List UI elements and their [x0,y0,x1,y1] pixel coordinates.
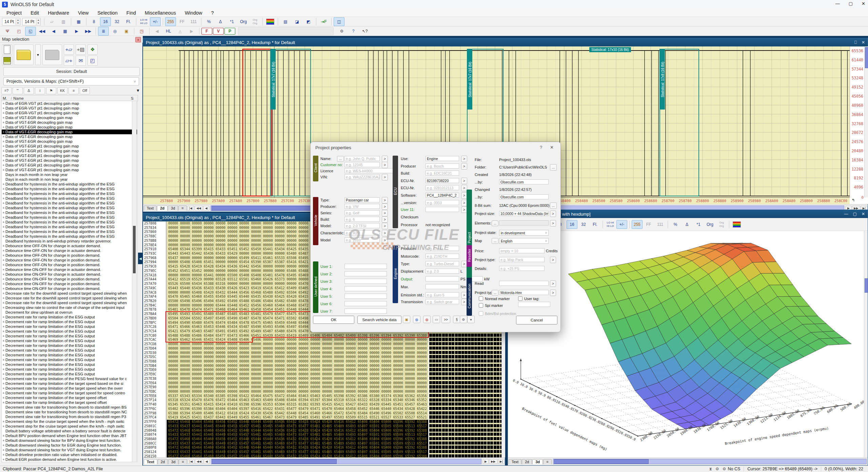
map-list-item[interactable]: ∗Decrement rate for ramp limitation of t… [2,362,137,367]
map-list-item[interactable]: ∗Data of EGR-VGT pt1 decoupling gain map [2,106,137,111]
input-field[interactable] [344,309,387,314]
filter-button-off[interactable]: Off [80,87,90,94]
map-list-item[interactable]: ∗Decrement rate for ramp limitation of t… [2,381,137,386]
original-button[interactable]: Org [238,17,249,26]
maximize-icon[interactable]: ▢ [849,1,853,6]
expand-button[interactable]: > [550,257,556,263]
dialog-close-icon[interactable]: ✕ [550,145,554,150]
find-next-button[interactable]: ▶ [186,27,197,36]
map-list-item[interactable]: ∗Decrement rate for ramp limitation of t… [2,386,137,391]
menu-project[interactable]: Project [2,9,26,16]
map-list-item[interactable]: ∗Debounce time OFF-ON for change in posi… [2,262,137,267]
map-list-item[interactable]: ∗Data of VGT-EGR pt1 decoupling gain map [2,168,137,172]
tab-text[interactable]: Text [144,459,157,464]
map-list-item[interactable]: ∗Debounce time OFF-ON for change in actu… [2,243,137,248]
view-float-button[interactable]: Fl. [123,17,134,26]
hexdump-row[interactable]: 257EBC00000 00000 00000 00000 00000 0000… [143,390,428,394]
input-field[interactable]: e.g. Bosch [426,163,459,169]
settings-gear-icon[interactable]: ⚙ [460,316,467,323]
find-prev-button[interactable]: ◀ [152,27,162,36]
filter-funnel-icon[interactable]: ▼ [136,88,140,93]
menu-edit[interactable]: Edit [26,9,43,16]
map-list-item[interactable]: ∗Decrease rate for the downhill speed co… [2,296,137,300]
scrollbar-thumb[interactable] [212,459,337,464]
tab-=[interactable]: = [178,205,186,211]
map-list-item[interactable]: Decrement slew rate for transitioning fr… [2,414,137,419]
expand-button[interactable]: > [550,280,556,287]
spinner-arrows[interactable]: ▲▼ [16,19,20,25]
new-project-icon[interactable] [2,44,12,55]
scroll-nav-button[interactable]: |◀ [188,459,194,464]
map-list-item[interactable]: ∗Data of EGR-VGT pt1 decoupling gain map [2,111,137,115]
input-field[interactable]: Olsecufile.com [499,194,549,199]
scroll-nav-button[interactable]: ◀ [204,459,210,464]
hexdump-row[interactable]: 257E3800000 00000 00000 00000 00000 0000… [143,377,428,381]
byteorder-button[interactable]: LO HI HI LO [138,17,149,26]
expand-button[interactable]: > [382,162,388,168]
win-minimize-icon[interactable]: — [844,212,848,216]
paragraph-button[interactable]: § [453,316,460,323]
new-window-icon[interactable]: ◰ [14,27,24,36]
map-list-item[interactable]: ∗Default downward slewing factor for BPV… [2,438,137,443]
hexdump-row[interactable]: 257D0400000 00000 00000 00000 00000 0000… [143,347,428,351]
prev-map-button[interactable]: ◀ [48,27,59,36]
map-list-item[interactable]: ∗Data of VGT-EGR decoupling gain map [2,120,137,125]
input-field[interactable]: e.g. 0003 [426,200,459,205]
map-list-item[interactable]: ∗Data of VGT-EGR decoupling gain map [2,115,137,120]
tab-3d[interactable]: 3d [168,205,178,211]
add-document-icon[interactable]: +▱ [64,44,74,55]
toolbar-button[interactable]: LO HI HI LO [605,220,616,229]
map-list-item[interactable]: ∗Deadband for hysteresis in the anti-win… [2,205,137,210]
hexdump-row[interactable]: 257E0C00000 00000 00000 00000 00000 0000… [143,372,428,377]
map-list-item[interactable]: ∗Debounce time ON-OFF for change in posi… [2,281,137,286]
map-list-item[interactable]: Deadband hysteresis in anti-windup prima… [2,239,137,243]
map-list-item[interactable]: ∗Decrement rate for ramp limitation of t… [2,353,137,357]
map-list-item[interactable]: ∗Debounce time OFF-ON for change in posi… [2,258,137,262]
map-list-item[interactable]: ∗Decrement rate for ramp limitation of t… [2,367,137,372]
map-list-item[interactable]: ∗Decreasing slew rate to control the rat… [2,305,137,310]
map-list-item[interactable]: ∗Deadband for hysteresis in the anti-win… [2,215,137,220]
menu-view[interactable]: View [74,9,93,16]
org-org-button[interactable]: Org Org [250,17,260,26]
hexdump-row[interactable]: 257D3000000 00000 00000 00000 00000 0000… [143,351,428,355]
columns-icon[interactable]: ▥ [58,17,69,26]
hexdump-row[interactable]: 25804865472 65468 65464 65460 65456 6545… [143,429,428,433]
view-16bit-button[interactable]: 16 [100,17,111,26]
hex-button[interactable]: FF [177,17,188,26]
scroll-nav-button[interactable]: ▶▶ [489,459,497,464]
verify-button[interactable]: V [213,28,224,35]
map-list-item[interactable]: ∗Data of VGT-EGR decoupling gain map [2,125,137,130]
tab-3d[interactable]: 3d [532,459,543,464]
hexdump-row[interactable]: 2580A065472 65468 65464 65460 65456 6545… [143,437,428,441]
filter-button-[interactable]: ≡ [68,87,79,94]
scroll-nav-button[interactable]: |◀ [188,206,194,211]
map-list-item[interactable]: ∗Debounce time ON-OFF for change in actu… [2,267,137,272]
map-list-item[interactable]: Default battery voltage arbitrated when … [2,429,137,433]
expand-button[interactable]: > [382,237,388,243]
input-field[interactable] [499,220,549,225]
map-list-item[interactable]: ∗Default EGR position demand when Engine… [2,457,137,462]
globe-icon[interactable]: ❖ [87,44,98,55]
hexdump-row[interactable]: 25807465433 65437 65441 65445 65449 6545… [143,433,428,437]
toolbar-button[interactable]: % [670,220,681,229]
scroll-nav-button[interactable]: ▶| [498,459,505,464]
checkbox-box[interactable] [479,303,483,308]
tab-=[interactable]: = [179,459,187,464]
input-field[interactable] [426,207,459,212]
dots-button[interactable]: ... [492,220,498,226]
map-list-item[interactable]: ∗Decrement rate for ramp limitation of t… [2,315,137,319]
spinner-arrows[interactable]: ▲▼ [36,19,40,25]
map-list-item[interactable]: ∗Deadband for hysteresis in the anti-win… [2,210,137,215]
filter-button-kk[interactable]: KK [57,87,67,94]
joystick-icon[interactable]: Ψ [2,27,13,36]
font-size-spinner[interactable]: 14 Pt▲▼ [2,18,20,25]
scroll-nav-button[interactable]: ◀◀ [195,459,203,464]
input-field[interactable] [344,294,387,299]
map-list-item[interactable]: ∗Decrement step for the cruise target sp… [2,424,137,429]
expand-button[interactable]: > [382,156,388,162]
checkbox-box[interactable] [479,296,483,301]
input-field[interactable]: e.g. 0281012113 [426,185,459,190]
input-field[interactable]: e.g. 2.0 [426,269,459,274]
minimize-icon[interactable]: — [835,1,840,6]
tab-text[interactable]: Text [144,205,157,211]
